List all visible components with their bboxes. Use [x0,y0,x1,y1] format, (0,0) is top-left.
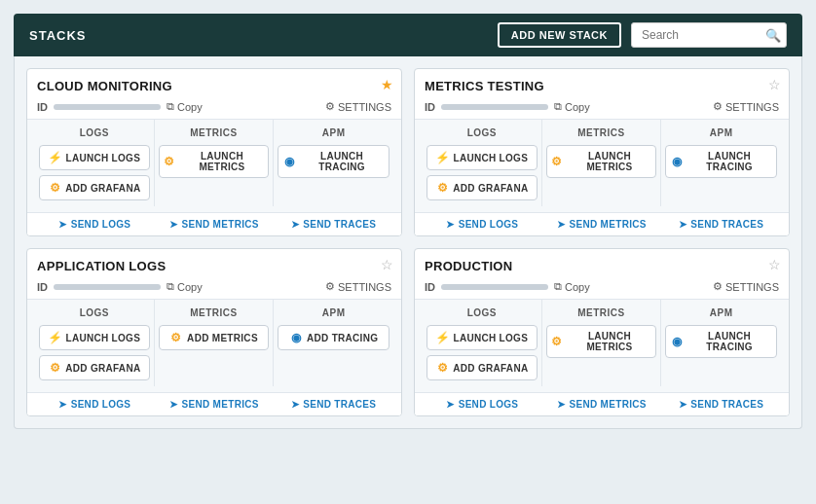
settings-button[interactable]: ⚙ SETTINGS [325,100,391,113]
launch-logs-button[interactable]: ⚡LAUNCH LOGS [427,325,538,350]
send-traces-link[interactable]: ➤SEND TRACES [274,219,393,230]
add-grafana-button[interactable]: ⚙ADD GRAFANA [39,355,150,380]
add-grafana-button[interactable]: ⚙ADD GRAFANA [427,175,538,200]
send-metrics-link[interactable]: ➤SEND METRICS [542,399,662,410]
launch-tracing-button[interactable]: ◉LAUNCH TRACING [665,325,777,358]
send-icon: ➤ [169,219,177,230]
grafana-icon: ⚙ [48,181,61,195]
send-icon: ➤ [446,399,454,410]
footer-link-label: SEND TRACES [303,399,376,410]
star-icon[interactable]: ★ [381,77,393,92]
footer-link-label: SEND LOGS [71,399,131,410]
btn-label: ADD GRAFANA [65,183,140,194]
service-label: METRICS [159,127,270,138]
service-col-apm: APM◉ADD TRACING [274,300,393,386]
send-icon: ➤ [679,399,686,410]
stack-card-title: METRICS TESTING [425,79,544,93]
launch-logs-button[interactable]: ⚡LAUNCH LOGS [39,145,150,170]
apm-icon: ◉ [670,335,683,348]
add-new-stack-button[interactable]: ADD NEW STACK [498,22,621,48]
metrics-icon: ⚙ [551,335,564,348]
send-metrics-link[interactable]: ➤SEND METRICS [542,219,662,230]
service-col-logs: LOGS⚡LAUNCH LOGS⚙ADD GRAFANA [35,120,155,206]
stacks-grid: CLOUD MONITORING★ID⧉ Copy⚙ SETTINGSLOGS⚡… [14,56,802,429]
btn-label: LAUNCH LOGS [454,153,529,163]
service-col-logs: LOGS⚡LAUNCH LOGS⚙ADD GRAFANA [35,300,155,386]
star-icon[interactable]: ☆ [768,77,781,92]
stack-footer: ➤SEND LOGS➤SEND METRICS➤SEND TRACES [27,213,401,235]
add-grafana-button[interactable]: ⚙ADD GRAFANA [427,355,538,380]
launch-tracing-button[interactable]: ◉LAUNCH TRACING [278,145,389,178]
services-grid: LOGS⚡LAUNCH LOGS⚙ADD GRAFANAMETRICS⚙ADD … [27,299,401,393]
btn-label: LAUNCH TRACING [686,331,772,352]
footer-link-label: SEND METRICS [182,219,259,230]
send-icon: ➤ [169,399,177,410]
settings-button[interactable]: ⚙ SETTINGS [325,280,391,293]
send-icon: ➤ [58,219,66,230]
btn-label: LAUNCH METRICS [568,331,652,352]
apm-icon: ◉ [289,331,303,344]
launch-tracing-button[interactable]: ◉LAUNCH TRACING [665,145,777,178]
star-icon[interactable]: ☆ [381,257,393,272]
btn-label: ADD GRAFANA [65,363,140,374]
app-container: STACKS ADD NEW STACK 🔍 CLOUD MONITORING★… [0,0,816,504]
service-label: LOGS [39,307,150,318]
service-label: LOGS [427,127,538,138]
copy-button[interactable]: ⧉ Copy [554,100,590,113]
search-icon-button[interactable]: 🔍 [765,28,781,43]
copy-button[interactable]: ⧉ Copy [167,100,203,113]
send-logs-link[interactable]: ➤SEND LOGS [35,399,155,410]
launch-metrics-button[interactable]: ⚙LAUNCH METRICS [159,145,270,178]
launch-metrics-button[interactable]: ⚙LAUNCH METRICS [546,145,657,178]
copy-button[interactable]: ⧉ Copy [167,280,203,293]
settings-button[interactable]: ⚙ SETTINGS [713,280,779,293]
service-col-metrics: METRICS⚙LAUNCH METRICS [155,120,275,206]
settings-button[interactable]: ⚙ SETTINGS [713,100,779,113]
send-traces-link[interactable]: ➤SEND TRACES [661,219,781,230]
send-traces-link[interactable]: ➤SEND TRACES [274,399,393,410]
send-logs-link[interactable]: ➤SEND LOGS [423,399,542,410]
logs-icon: ⚡ [49,151,62,164]
stack-id-bar [441,104,548,110]
stack-card-cloud-monitoring: CLOUD MONITORING★ID⧉ Copy⚙ SETTINGSLOGS⚡… [26,68,402,236]
stack-card-metrics-testing: METRICS TESTING☆ID⧉ Copy⚙ SETTINGSLOGS⚡L… [414,68,790,236]
stack-card-production: PRODUCTION☆ID⧉ Copy⚙ SETTINGSLOGS⚡LAUNCH… [414,248,790,416]
btn-label: ADD METRICS [187,333,258,343]
metrics-icon: ⚙ [164,155,176,168]
send-traces-link[interactable]: ➤SEND TRACES [661,399,781,410]
add-metrics-button[interactable]: ⚙ADD METRICS [159,325,270,350]
send-logs-link[interactable]: ➤SEND LOGS [423,219,542,230]
launch-metrics-button[interactable]: ⚙LAUNCH METRICS [546,325,657,358]
stack-id-bar [441,284,548,290]
stack-id-label: ID [425,281,435,293]
add-grafana-button[interactable]: ⚙ADD GRAFANA [39,175,150,200]
service-col-apm: APM◉LAUNCH TRACING [661,120,781,206]
stack-id-bar [54,104,161,110]
search-container: 🔍 [631,22,787,48]
footer-link-label: SEND TRACES [690,399,763,410]
add-tracing-button[interactable]: ◉ADD TRACING [278,325,389,350]
service-col-logs: LOGS⚡LAUNCH LOGS⚙ADD GRAFANA [423,300,542,386]
search-input[interactable] [631,22,787,48]
stack-id-row: ID⧉ Copy⚙ SETTINGS [27,98,401,119]
send-icon: ➤ [291,399,299,410]
send-icon: ➤ [291,219,299,230]
send-icon: ➤ [58,399,66,410]
star-icon[interactable]: ☆ [768,257,781,272]
launch-logs-button[interactable]: ⚡LAUNCH LOGS [39,325,150,350]
send-icon: ➤ [679,219,686,230]
send-logs-link[interactable]: ➤SEND LOGS [35,219,155,230]
footer-link-label: SEND TRACES [690,219,763,230]
footer-link-label: SEND METRICS [570,399,647,410]
copy-button[interactable]: ⧉ Copy [554,280,590,293]
btn-label: LAUNCH LOGS [66,153,141,163]
send-metrics-link[interactable]: ➤SEND METRICS [155,219,275,230]
grafana-icon: ⚙ [435,361,449,375]
stack-footer: ➤SEND LOGS➤SEND METRICS➤SEND TRACES [27,393,401,415]
stack-id-label: ID [37,101,48,113]
launch-logs-button[interactable]: ⚡LAUNCH LOGS [427,145,538,170]
stack-id-label: ID [425,101,435,113]
send-metrics-link[interactable]: ➤SEND METRICS [155,399,275,410]
gear-icon: ⚙ [325,280,335,293]
service-label: METRICS [546,307,657,318]
